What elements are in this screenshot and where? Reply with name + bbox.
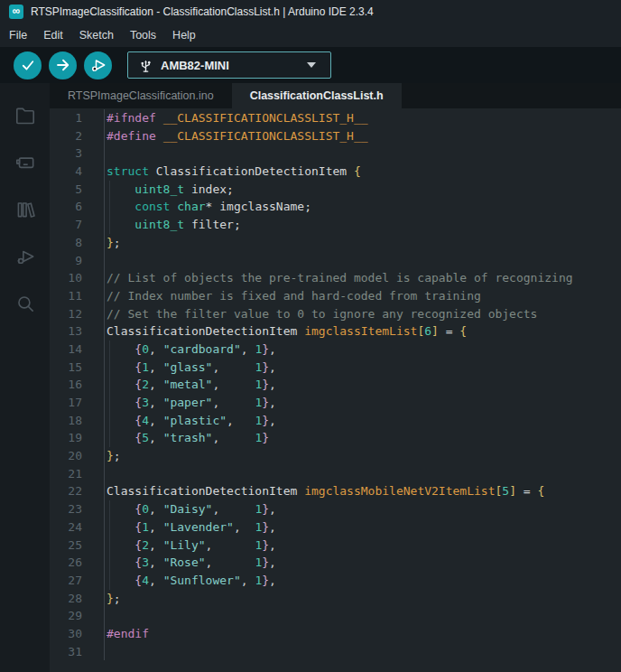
menu-sketch[interactable]: Sketch — [71, 25, 122, 45]
code-line-content: }; — [104, 447, 621, 465]
line-number: 19 — [50, 429, 104, 447]
debug-button[interactable] — [84, 51, 112, 79]
code-line[interactable]: 14 {0, "cardboard", 1}, — [50, 341, 621, 359]
arduino-logo-icon: ∞ — [9, 5, 23, 19]
code-line[interactable]: 27 {4, "Sunflower", 1}, — [50, 572, 621, 590]
code-line[interactable]: 18 {4, "plastic", 1}, — [50, 412, 621, 430]
code-line[interactable]: 12// Set the filter value to 0 to ignore… — [50, 305, 621, 323]
code-line[interactable]: 9 — [50, 252, 621, 270]
code-line[interactable]: 3 — [50, 145, 621, 163]
line-number: 16 — [50, 376, 104, 394]
upload-button[interactable] — [49, 51, 77, 79]
code-line[interactable]: 30#endif — [50, 625, 621, 643]
line-number: 24 — [50, 518, 104, 537]
sidebar-item-search[interactable] — [5, 280, 45, 327]
code-area: 1#ifndef __CLASSIFICATIONCLASSLIST_H__2#… — [50, 109, 621, 660]
line-number: 9 — [50, 252, 104, 270]
sidebar-item-library-manager[interactable] — [5, 186, 45, 233]
line-number: 23 — [50, 500, 104, 518]
arrow-right-icon — [55, 57, 71, 73]
code-line[interactable]: 21 — [50, 465, 621, 483]
code-line[interactable]: 29 — [50, 607, 621, 625]
code-line[interactable]: 6 const char* imgclassName; — [50, 198, 621, 216]
code-line-content: {1, "Lavender", 1}, — [104, 518, 621, 537]
code-line-content: {3, "paper", 1}, — [104, 394, 621, 412]
sidebar-item-sketchbook[interactable] — [5, 92, 45, 139]
menu-edit[interactable]: Edit — [35, 25, 71, 45]
line-number: 11 — [50, 287, 104, 305]
code-line[interactable]: 10// List of objects the pre-trained mod… — [50, 269, 621, 287]
editor-panel: RTSPImageClassification.ino Classificati… — [50, 83, 621, 672]
sidebar-item-debug[interactable] — [5, 233, 45, 280]
menu-help[interactable]: Help — [164, 25, 204, 45]
code-line-content: ClassificationDetectionItem imgclassMobi… — [104, 482, 621, 500]
line-number: 17 — [50, 394, 104, 412]
code-line-content: {0, "Daisy", 1}, — [104, 500, 621, 518]
code-line-content: // List of objects the pre-trained model… — [104, 269, 621, 287]
line-number: 14 — [50, 341, 104, 359]
code-line-content: {4, "plastic", 1}, — [104, 412, 621, 430]
code-line[interactable]: 17 {3, "paper", 1}, — [50, 394, 621, 412]
code-line[interactable]: 25 {2, "Lily", 1}, — [50, 537, 621, 555]
code-line-content: {4, "Sunflower", 1}, — [104, 572, 621, 590]
menu-file[interactable]: File — [1, 25, 35, 45]
code-line-content: #define __CLASSIFICATIONCLASSLIST_H__ — [104, 127, 621, 145]
code-line[interactable]: 19 {5, "trash", 1} — [50, 429, 621, 447]
line-number: 4 — [50, 163, 104, 181]
code-line[interactable]: 8}; — [50, 234, 621, 252]
debug-icon — [14, 245, 37, 268]
code-line[interactable]: 20}; — [50, 447, 621, 465]
menu-tools[interactable]: Tools — [122, 25, 164, 45]
code-line-content — [104, 607, 621, 625]
code-line-content: struct ClassificationDetectionItem { — [104, 163, 621, 181]
code-line[interactable]: 4struct ClassificationDetectionItem { — [50, 163, 621, 181]
line-number: 1 — [50, 109, 104, 127]
line-number: 30 — [50, 625, 104, 643]
line-number: 27 — [50, 572, 104, 590]
line-number: 5 — [50, 181, 104, 199]
tab-label: ClassificationClassList.h — [250, 89, 384, 102]
verify-button[interactable] — [14, 51, 42, 79]
menubar: File Edit Sketch Tools Help — [0, 23, 621, 47]
folder-icon — [14, 104, 37, 127]
code-line-content: #ifndef __CLASSIFICATIONCLASSLIST_H__ — [104, 109, 621, 127]
code-line-content: {2, "Lily", 1}, — [104, 537, 621, 555]
code-line[interactable]: 24 {1, "Lavender", 1}, — [50, 518, 621, 537]
books-icon — [14, 198, 37, 221]
code-line-content: {2, "metal", 1}, — [104, 376, 621, 394]
line-number: 29 — [50, 607, 104, 625]
activity-bar — [0, 83, 50, 672]
code-line[interactable]: 7 uint8_t filter; — [50, 216, 621, 234]
code-line-content — [104, 465, 621, 483]
code-editor[interactable]: 1#ifndef __CLASSIFICATIONCLASSLIST_H__2#… — [50, 108, 621, 672]
caret-down-icon — [307, 62, 316, 68]
code-line[interactable]: 2#define __CLASSIFICATIONCLASSLIST_H__ — [50, 127, 621, 145]
tab-rtspimageclassification-ino[interactable]: RTSPImageClassification.ino — [50, 83, 232, 108]
code-line[interactable]: 1#ifndef __CLASSIFICATIONCLASSLIST_H__ — [50, 109, 621, 127]
code-line-content: {5, "trash", 1} — [104, 429, 621, 447]
code-line[interactable]: 5 uint8_t index; — [50, 181, 621, 199]
code-line-content: #endif — [104, 625, 621, 643]
tab-bar: RTSPImageClassification.ino Classificati… — [50, 83, 621, 108]
code-line-content: {0, "cardboard", 1}, — [104, 341, 621, 359]
code-line[interactable]: 23 {0, "Daisy", 1}, — [50, 500, 621, 518]
tab-classificationclasslist-h[interactable]: ClassificationClassList.h — [232, 83, 402, 108]
code-line[interactable]: 26 {3, "Rose", 1}, — [50, 554, 621, 572]
arduino-ide-window: ∞ RTSPImageClassification - Classificati… — [0, 0, 621, 672]
code-line[interactable]: 28}; — [50, 590, 621, 608]
play-bug-icon — [89, 56, 107, 74]
code-line[interactable]: 16 {2, "metal", 1}, — [50, 376, 621, 394]
code-line[interactable]: 22ClassificationDetectionItem imgclassMo… — [50, 482, 621, 500]
line-number: 6 — [50, 198, 104, 216]
sidebar-item-boards-manager[interactable] — [5, 139, 45, 186]
line-number: 22 — [50, 482, 104, 500]
board-selector-dropdown[interactable]: AMB82-MINI — [127, 51, 331, 79]
code-line[interactable]: 15 {1, "glass", 1}, — [50, 359, 621, 377]
code-line[interactable]: 13ClassificationDetectionItem imgclassIt… — [50, 322, 621, 341]
code-line-content: // Set the filter value to 0 to ignore a… — [104, 305, 621, 323]
line-number: 31 — [50, 643, 104, 661]
toolbar: AMB82-MINI — [0, 47, 621, 83]
code-line[interactable]: 11// Index number is fixed and hard-code… — [50, 287, 621, 305]
code-line[interactable]: 31 — [50, 643, 621, 661]
code-line-content: {3, "Rose", 1}, — [104, 554, 621, 572]
